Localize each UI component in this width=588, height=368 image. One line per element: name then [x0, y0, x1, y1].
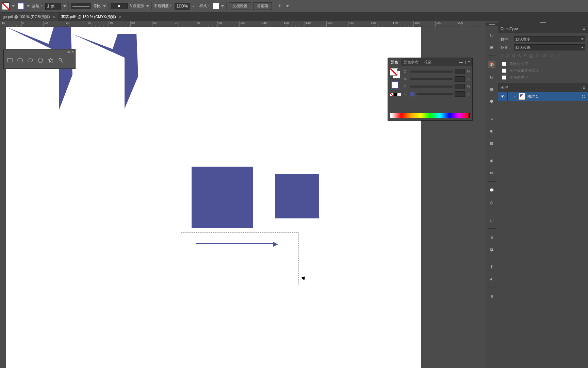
white-mini-icon[interactable]: [397, 93, 401, 96]
style-dropdown[interactable]: [221, 4, 224, 8]
square-small[interactable]: [275, 174, 319, 218]
horizontal-ruler[interactable]: -100102030405060708090100110120130140150…: [0, 21, 479, 27]
spectrum-picker[interactable]: [390, 113, 470, 118]
m-slider[interactable]: [410, 78, 453, 80]
document-setup-button[interactable]: 文档设置: [229, 2, 251, 10]
c-value[interactable]: [455, 69, 465, 74]
y-value[interactable]: [455, 84, 465, 89]
color-icon[interactable]: 🎨: [488, 61, 495, 68]
collapse-icon[interactable]: ▸▸: [459, 60, 463, 64]
panel-header[interactable]: ◂◂ ✕: [4, 49, 75, 54]
brush-dropdown[interactable]: [103, 4, 106, 8]
roman-italic-check[interactable]: [502, 75, 506, 80]
panel-menu-icon[interactable]: ≡: [468, 60, 470, 64]
fill-swatch-none[interactable]: [2, 2, 10, 10]
pathfinder-icon[interactable]: ◪: [488, 246, 495, 253]
grid-icon[interactable]: ⊞: [488, 293, 495, 300]
brushes-icon[interactable]: ▦: [488, 85, 495, 93]
rounded-rect-tool-icon[interactable]: [17, 57, 23, 64]
graphic-styles-icon[interactable]: ▭: [488, 169, 495, 177]
stroke-weight-input[interactable]: [45, 3, 61, 10]
none-mini-icon[interactable]: [390, 93, 393, 96]
asset-export-icon[interactable]: ▣: [488, 43, 495, 51]
fill-stroke-swatches[interactable]: ⇄: [390, 68, 402, 109]
k-swatch[interactable]: [410, 92, 414, 96]
artboard-icon[interactable]: ▢: [488, 31, 495, 39]
k-value[interactable]: [455, 91, 465, 97]
star-tool-icon[interactable]: [47, 57, 54, 64]
doc-tab-1[interactable]: go.pdf @ 100 % (RGB/预览) ✕: [0, 13, 58, 21]
last-color-swatch[interactable]: [391, 81, 398, 89]
layer-row[interactable]: 👁 › 图层 1: [498, 92, 588, 101]
stroke-icon[interactable]: ≡: [488, 115, 495, 122]
layer-name[interactable]: 图层 1: [527, 94, 538, 99]
close-tab-icon[interactable]: ✕: [119, 15, 121, 19]
flower-tab[interactable]: 花朵: [421, 58, 434, 66]
stroke-swatch[interactable]: [17, 2, 24, 10]
shape-3d-2[interactable]: [72, 34, 136, 110]
glyph-icon[interactable]: T: [536, 53, 539, 59]
gradient-icon[interactable]: ◐: [488, 127, 495, 135]
shape-tools-panel[interactable]: ◂◂ ✕: [3, 49, 76, 69]
color-panel[interactable]: 颜色 颜色参考 花朵 ▸▸|≡ ⇄ C%: [388, 58, 473, 121]
c-slider[interactable]: [410, 71, 453, 73]
numeral-select[interactable]: 默认数字: [514, 36, 585, 42]
align-icon[interactable]: ⊞: [488, 233, 495, 241]
symbols-icon[interactable]: ⬢: [488, 97, 495, 105]
glyph-icon[interactable]: □: [557, 53, 559, 59]
opacity-more-icon[interactable]: ›: [192, 4, 195, 8]
rectangle-tool-icon[interactable]: [6, 57, 13, 64]
glyph-icon[interactable]: ½: [550, 53, 554, 59]
close-icon[interactable]: ✕: [71, 50, 74, 53]
preferences-button[interactable]: 首选项: [253, 2, 272, 10]
glyph-icon[interactable]: O: [506, 53, 509, 59]
target-icon[interactable]: [582, 95, 585, 98]
paragraph-icon[interactable]: ¶: [488, 263, 495, 271]
black-mini-icon[interactable]: [394, 93, 397, 96]
stroke-weight-dropdown[interactable]: [63, 4, 66, 8]
panel-menu-icon[interactable]: ≡: [583, 26, 585, 31]
canvas-area[interactable]: -100102030405060708090100110120130140150…: [0, 21, 486, 368]
brush-preview[interactable]: [71, 3, 91, 9]
position-select[interactable]: 默认位置: [514, 44, 585, 50]
character-icon[interactable]: A|: [488, 275, 495, 283]
color-tab[interactable]: 颜色: [388, 58, 401, 66]
transparency-icon[interactable]: ▩: [488, 139, 495, 147]
stroke-dropdown[interactable]: [27, 4, 30, 8]
polygon-tool-icon[interactable]: [37, 57, 44, 64]
libraries-icon[interactable]: 💬: [488, 186, 495, 194]
appearance-icon[interactable]: ◉: [488, 157, 495, 164]
square-large[interactable]: [192, 167, 253, 228]
fill-dropdown[interactable]: [12, 4, 15, 8]
opacity-input[interactable]: [175, 3, 190, 10]
align-icon[interactable]: ⊪: [276, 4, 284, 8]
hv-kana-check[interactable]: [502, 68, 506, 73]
m-value[interactable]: [455, 76, 465, 82]
collapse-handle[interactable]: [498, 21, 588, 24]
k-slider[interactable]: [416, 93, 453, 95]
glyph-icon[interactable]: Ą: [523, 53, 526, 59]
profile-dropdown[interactable]: [146, 4, 149, 8]
panel-menu-icon[interactable]: ≡: [583, 85, 585, 90]
ellipse-tool-icon[interactable]: [27, 57, 34, 64]
vertical-ruler[interactable]: [0, 27, 6, 368]
artboard[interactable]: [6, 27, 421, 368]
transform-icon[interactable]: ⬚: [488, 216, 495, 224]
close-tab-icon[interactable]: ✕: [52, 15, 55, 19]
doc-tab-2[interactable]: 草稿.pdf* @ 150 % (CMYK/预览) ✕: [59, 13, 124, 21]
align-dropdown[interactable]: [286, 4, 289, 8]
twirl-icon[interactable]: ›: [511, 94, 519, 98]
swatches-icon[interactable]: ▤: [488, 73, 495, 80]
style-swatch[interactable]: [213, 3, 219, 9]
collapse-icon[interactable]: ◂◂: [67, 50, 70, 53]
flare-tool-icon[interactable]: [58, 57, 64, 64]
profile-preview[interactable]: [111, 3, 128, 9]
cloud-icon[interactable]: ◎: [488, 199, 495, 206]
y-slider[interactable]: [410, 86, 453, 88]
glyph-icon[interactable]: 亜: [529, 53, 534, 59]
color-guide-tab[interactable]: 颜色参考: [401, 58, 421, 66]
proportional-check[interactable]: [502, 62, 506, 66]
fill-color-swatch[interactable]: [390, 68, 397, 76]
visibility-icon[interactable]: 👁: [498, 94, 507, 98]
glyph-icon[interactable]: fi: [501, 53, 503, 59]
